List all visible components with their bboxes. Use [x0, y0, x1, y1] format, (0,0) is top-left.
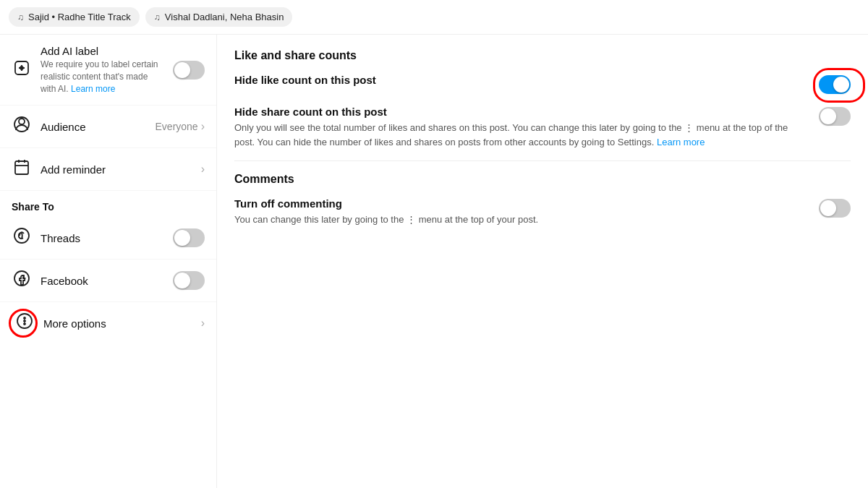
hide-share-toggle-wrapper[interactable] [819, 106, 851, 126]
facebook-title: Facebook [41, 275, 164, 287]
more-options-row[interactable]: More options › [0, 302, 216, 344]
ai-label-title: Add AI label [41, 45, 164, 57]
hide-like-label: Hide like count on this post [234, 74, 807, 89]
more-options-content: More options [43, 317, 192, 330]
ai-label-desc: We require you to label certain realisti… [41, 59, 164, 95]
ai-label-content: Add AI label We require you to label cer… [41, 45, 164, 95]
hide-like-toggle-wrapper[interactable] [819, 74, 851, 94]
reminder-icon [12, 158, 32, 180]
hide-share-desc: Only you will see the total number of li… [234, 121, 807, 149]
audience-title: Audience [41, 121, 147, 133]
turn-off-commenting-title: Turn off commenting [234, 197, 807, 210]
facebook-icon [12, 270, 32, 291]
hide-like-row: Hide like count on this post [234, 74, 851, 94]
svg-point-11 [24, 317, 25, 319]
turn-off-commenting-label: Turn off commenting You can change this … [234, 197, 807, 227]
music-icon-1: ♫ [17, 12, 24, 22]
left-panel: Add AI label We require you to label cer… [0, 35, 217, 488]
audience-chevron: › [201, 120, 205, 133]
music-pill-2-text: Vishal Dadlani, Neha Bhasin [165, 12, 284, 22]
right-panel: Like and share counts Hide like count on… [217, 35, 868, 488]
section-divider [234, 160, 851, 161]
more-options-right: › [201, 317, 205, 330]
comments-section: Comments Turn off commenting You can cha… [234, 173, 851, 227]
main-content: Add AI label We require you to label cer… [0, 35, 868, 488]
reminder-row[interactable]: Add reminder › [0, 148, 216, 191]
svg-point-2 [19, 119, 25, 124]
threads-content: Threads [41, 232, 164, 244]
threads-icon [12, 227, 32, 249]
ai-label-row: Add AI label We require you to label cer… [0, 35, 216, 106]
audience-row[interactable]: Audience Everyone › [0, 106, 216, 148]
ai-label-icon [12, 59, 32, 81]
threads-toggle[interactable] [173, 228, 205, 247]
more-options-chevron: › [201, 317, 205, 329]
facebook-row: Facebook [0, 260, 216, 302]
music-pill-1[interactable]: ♫ Sajid • Radhe Title Track [9, 7, 140, 27]
hide-share-title: Hide share count on this post [234, 106, 807, 118]
hide-like-toggle[interactable] [819, 75, 851, 94]
svg-point-12 [24, 320, 25, 322]
hide-share-toggle[interactable] [819, 107, 851, 126]
audience-value: Everyone › [156, 120, 205, 133]
hide-share-learn-more[interactable]: Learn more [657, 137, 705, 147]
facebook-toggle-wrapper[interactable] [173, 271, 205, 290]
turn-off-commenting-toggle[interactable] [819, 199, 851, 218]
svg-point-13 [24, 323, 25, 325]
reminder-chevron: › [201, 163, 205, 175]
ai-label-learn-more[interactable]: Learn more [71, 84, 115, 94]
hide-share-label: Hide share count on this post Only you w… [234, 106, 807, 149]
audience-content: Audience [41, 121, 147, 133]
svg-point-9 [14, 271, 29, 286]
comments-title: Comments [234, 173, 851, 186]
turn-off-commenting-row: Turn off commenting You can change this … [234, 197, 851, 227]
facebook-toggle[interactable] [173, 271, 205, 290]
more-options-icon [14, 312, 35, 334]
hide-share-row: Hide share count on this post Only you w… [234, 106, 851, 149]
audience-icon [12, 116, 32, 137]
turn-off-commenting-toggle-wrapper[interactable] [819, 197, 851, 218]
music-icon-2: ♫ [154, 12, 161, 22]
reminder-right: › [201, 163, 205, 176]
music-bar: ♫ Sajid • Radhe Title Track ♫ Vishal Dad… [0, 0, 868, 35]
music-pill-1-text: Sajid • Radhe Title Track [28, 12, 131, 22]
like-share-section: Like and share counts Hide like count on… [234, 49, 851, 149]
ai-label-toggle[interactable] [173, 61, 205, 80]
ai-label-toggle-wrapper[interactable] [173, 61, 205, 80]
hide-like-title: Hide like count on this post [234, 74, 807, 86]
svg-point-10 [17, 314, 32, 328]
svg-rect-4 [15, 161, 28, 174]
facebook-content: Facebook [41, 275, 164, 287]
threads-title: Threads [41, 232, 164, 244]
share-to-header: Share To [0, 191, 216, 217]
audience-right: Everyone › [156, 120, 205, 133]
reminder-title: Add reminder [41, 163, 192, 176]
reminder-content: Add reminder [41, 163, 192, 176]
svg-point-1 [20, 67, 23, 69]
threads-row: Threads [0, 217, 216, 260]
more-options-title: More options [43, 317, 192, 330]
turn-off-commenting-desc: You can change this later by going to th… [234, 213, 807, 227]
music-pill-2[interactable]: ♫ Vishal Dadlani, Neha Bhasin [145, 7, 293, 27]
like-share-title: Like and share counts [234, 49, 851, 62]
threads-toggle-wrapper[interactable] [173, 228, 205, 247]
